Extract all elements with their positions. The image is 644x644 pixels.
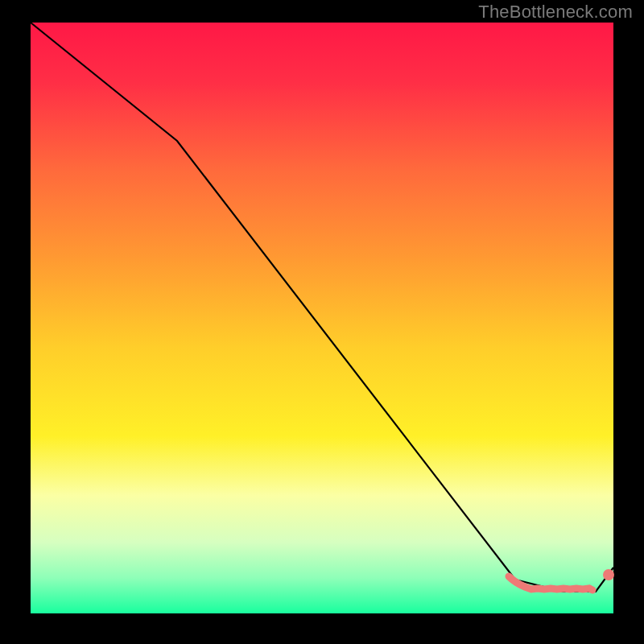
end-marker-dot [603,569,614,580]
watermark-text: TheBottleneck.com [478,2,633,23]
plot-area [31,23,613,613]
bottleneck-chart [0,0,644,644]
chart-container: TheBottleneck.com [0,0,644,644]
